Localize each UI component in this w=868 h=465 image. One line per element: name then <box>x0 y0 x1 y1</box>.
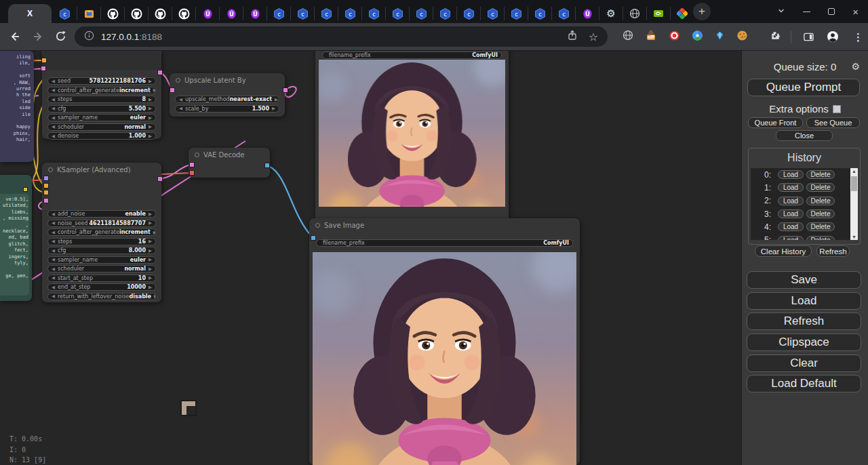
tab-favicon-comfy[interactable]: c <box>433 7 456 20</box>
tab-favicon-github[interactable] <box>100 7 124 20</box>
node-header[interactable]: Upscale Latent By <box>170 73 285 87</box>
tab-favicon-ultra[interactable]: Û <box>243 7 267 20</box>
cookie-extension-icon[interactable] <box>736 30 748 44</box>
ksampler-advanced-node[interactable]: KSampler (Advanced) ◀add_noiseenable▶◀no… <box>42 163 161 302</box>
url-text[interactable]: 127.0.0.1:8188 <box>101 32 162 42</box>
save-image-node[interactable]: Save Image filename_prefixComfyUI <box>309 218 580 465</box>
tab-favicon-github[interactable] <box>172 7 195 20</box>
tab-favicon-nvidia[interactable] <box>646 7 670 20</box>
history-load-button[interactable]: Load <box>778 222 804 231</box>
close-button[interactable]: Close <box>776 130 833 141</box>
widget-noise_seed[interactable]: ◀noise_seed462118145887707▶ <box>47 220 156 227</box>
clear-button[interactable]: Clear <box>747 355 861 372</box>
tab-favicon-comfy[interactable]: c <box>267 7 290 20</box>
tab-favicon-comfy[interactable]: c <box>290 7 314 20</box>
collapse-dot-icon[interactable] <box>315 223 320 228</box>
upscale-latent-node[interactable]: Upscale Latent By ◀upscale_methodnearest… <box>170 73 285 117</box>
active-tab[interactable]: X <box>8 4 52 23</box>
history-delete-button[interactable]: Delete <box>806 209 835 218</box>
negative-prompt-node[interactable]: ve:0.5],utilated,limbs,, missing, neckla… <box>0 175 32 301</box>
widget-cfg[interactable]: ◀cfg8.000▶ <box>47 247 156 254</box>
scroll-up-icon[interactable]: ▲ <box>850 169 858 174</box>
history-load-button[interactable]: Load <box>778 183 804 192</box>
widget-start_at_step[interactable]: ◀start_at_step10▶ <box>47 275 156 282</box>
widget-steps[interactable]: ◀steps8▶ <box>47 96 156 103</box>
tab-favicon-ultra[interactable]: Û <box>219 7 243 20</box>
save-button[interactable]: Save <box>747 271 861 289</box>
extensions-puzzle-icon[interactable] <box>769 31 781 45</box>
share-icon[interactable] <box>567 30 578 43</box>
load-button[interactable]: Load <box>747 292 861 310</box>
extra-options-checkbox[interactable] <box>833 105 841 113</box>
close-window-icon[interactable]: × <box>852 7 859 17</box>
collapse-dot-icon[interactable] <box>48 167 53 172</box>
queue-prompt-button[interactable]: Queue Prompt <box>747 79 860 96</box>
widget-sampler_name[interactable]: ◀sampler_nameeuler▶ <box>47 114 156 121</box>
tab-favicon-comfy[interactable]: c <box>361 7 385 20</box>
globe-extension-icon[interactable] <box>623 30 633 43</box>
ball-extension-icon[interactable] <box>692 30 703 44</box>
profile-avatar[interactable] <box>827 31 839 45</box>
off-extension-icon[interactable]: off <box>645 29 657 44</box>
clear-history-button[interactable]: Clear History <box>755 245 812 257</box>
widget-steps[interactable]: ◀steps16▶ <box>47 238 156 245</box>
tab-favicon-comfy[interactable]: c <box>385 7 409 20</box>
collapse-dot-icon[interactable] <box>176 78 180 83</box>
widget-cfg[interactable]: ◀cfg5.500▶ <box>47 105 156 113</box>
widget-sampler_name[interactable]: ◀sampler_nameeuler▶ <box>47 256 156 264</box>
tab-favicon-globe[interactable] <box>623 7 646 20</box>
node-header[interactable]: Save Image <box>309 218 580 232</box>
site-info-icon[interactable] <box>84 31 94 43</box>
tab-favicon-comfy[interactable]: c <box>528 7 551 20</box>
queue-front-button[interactable]: Queue Front <box>748 117 803 128</box>
see-queue-button[interactable]: See Queue <box>806 117 860 128</box>
node-header[interactable]: VAE Decode <box>189 148 270 161</box>
ksampler-node[interactable]: ◀seed578122121881706▶◀control_after_gene… <box>42 51 161 139</box>
history-refresh-button[interactable]: Refresh <box>816 245 850 257</box>
widget-control_after_generate[interactable]: ◀control_after_generateincrement▶ <box>47 87 156 94</box>
settings-gear-icon[interactable]: ⚙ <box>851 61 860 72</box>
history-load-button[interactable]: Load <box>778 236 804 240</box>
tab-favicon-comfy[interactable]: c <box>504 7 528 20</box>
widget-denoise[interactable]: ◀denoise1.000▶ <box>47 132 156 140</box>
history-delete-button[interactable]: Delete <box>806 197 835 205</box>
scroll-down-icon[interactable]: ▼ <box>850 235 858 239</box>
tab-favicon-comfy[interactable]: c <box>53 7 77 20</box>
widget-seed[interactable]: ◀seed578122121881706▶ <box>47 77 156 85</box>
tab-favicon-comfy[interactable]: c <box>551 7 575 20</box>
collapse-dot-icon[interactable] <box>195 153 199 157</box>
tab-search-chevron-icon[interactable] <box>777 5 785 18</box>
tab-favicon-comfy[interactable]: c <box>314 7 338 20</box>
back-icon[interactable] <box>8 30 22 46</box>
vae-decode-node[interactable]: VAE Decode <box>189 148 270 178</box>
history-load-button[interactable]: Load <box>778 197 804 205</box>
tab-favicon-comfy[interactable]: c <box>409 7 433 20</box>
scroll-thumb[interactable] <box>851 176 857 191</box>
node-header[interactable]: KSampler (Advanced) <box>42 163 161 176</box>
history-scrollbar[interactable]: ▲ ▼ <box>850 168 858 240</box>
bookmark-star-icon[interactable]: ☆ <box>589 31 598 43</box>
history-delete-button[interactable]: Delete <box>806 222 835 231</box>
tab-favicon-ultra[interactable]: Û <box>195 7 219 20</box>
positive-prompt-node[interactable]: ilingile, soft, RAW,urredh theledsideile… <box>0 51 34 162</box>
tab-favicon-github[interactable] <box>124 7 148 20</box>
tab-favicon-gear[interactable]: ⚙ <box>599 7 623 20</box>
history-delete-button[interactable]: Delete <box>806 170 835 179</box>
widget-filename_prefix[interactable]: filename_prefixComfyUI <box>322 52 502 59</box>
history-delete-button[interactable]: Delete <box>806 183 835 192</box>
minimize-icon[interactable] <box>803 12 810 12</box>
tab-favicon-comfy[interactable]: c <box>480 7 504 20</box>
restore-icon[interactable] <box>828 8 835 15</box>
reload-icon[interactable] <box>54 30 67 45</box>
opera-extension-icon[interactable] <box>669 30 680 44</box>
widget-upscale_method[interactable]: ◀upscale_methodnearest-exact▶ <box>175 96 279 103</box>
widget-scheduler[interactable]: ◀schedulernormal▶ <box>47 123 156 131</box>
tab-favicon-appbox[interactable] <box>77 7 100 20</box>
widget-scale_by[interactable]: ◀scale_by1.500▶ <box>175 105 279 113</box>
widget-return_with_leftover_noise[interactable]: ◀return_with_leftover_noisedisable▶ <box>47 293 156 300</box>
history-delete-button[interactable]: Delete <box>806 236 835 240</box>
comfyui-canvas[interactable]: ilingile, soft, RAW,urredh theledsideile… <box>0 51 741 465</box>
history-load-button[interactable]: Load <box>778 209 804 218</box>
refresh-button[interactable]: Refresh <box>747 312 861 330</box>
widget-control_after_generate[interactable]: ◀control_after_generateincrement▶ <box>47 228 156 236</box>
